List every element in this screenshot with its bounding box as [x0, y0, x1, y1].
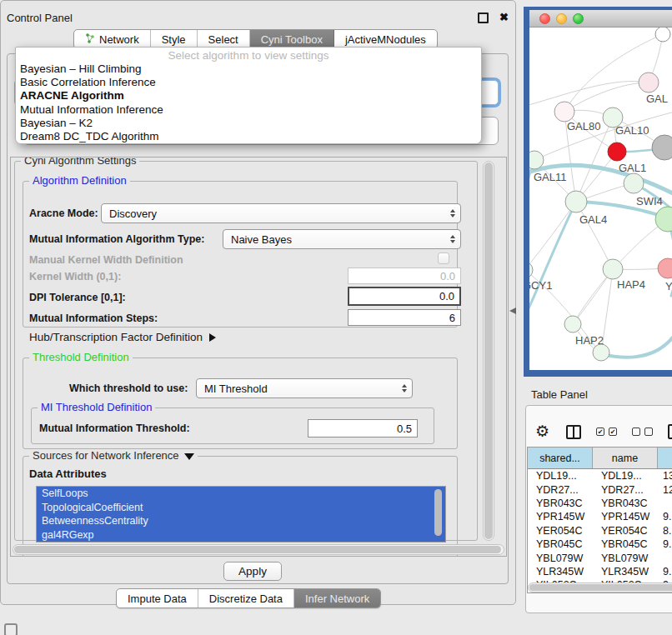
table-cell: 8. — [658, 525, 672, 537]
node-y[interactable] — [658, 258, 672, 278]
data-attributes-list[interactable]: SelfLoopsTopologicalCoefficientBetweenne… — [36, 486, 446, 542]
table-row[interactable]: YBL079WYBL079W — [528, 551, 672, 564]
table-row[interactable]: YBR043CYBR043C — [528, 497, 672, 510]
table-cell: 13 — [658, 470, 672, 482]
node-hap2[interactable] — [564, 316, 581, 332]
columns-icon[interactable] — [566, 425, 581, 439]
attribute-item[interactable]: SelfLoops — [37, 487, 445, 501]
aracne-mode-label: Aracne Mode: — [29, 208, 98, 219]
tab-label: Cyni Toolbox — [261, 33, 323, 46]
which-threshold-combo[interactable]: MI Threshold — [196, 378, 413, 398]
close-traffic-light-icon[interactable] — [539, 13, 550, 24]
tab-jactivemnodules[interactable]: jActiveMNodules — [334, 30, 437, 48]
list-scrollbar-thumb[interactable] — [434, 489, 442, 536]
node[interactable] — [593, 344, 609, 361]
settings-horizontal-scrollbar[interactable] — [13, 544, 504, 555]
mi-type-combo[interactable]: Naive Bayes — [223, 229, 461, 249]
node-gal80[interactable] — [554, 102, 574, 122]
zoom-traffic-light-icon[interactable] — [573, 13, 584, 24]
control-panel-titlebar: Control Panel ✖ — [0, 8, 515, 28]
column-header[interactable]: shared... — [528, 448, 593, 468]
table-row[interactable]: YDR27...YDR27...12 — [528, 482, 672, 496]
minimize-traffic-light-icon[interactable] — [556, 13, 567, 24]
dropdown-item[interactable]: Dream8 DC_TDC Algorithm — [16, 130, 481, 143]
apply-label: Apply — [238, 565, 267, 578]
tab-infer-network[interactable]: Infer Network — [294, 589, 380, 608]
node-gal[interactable] — [639, 72, 659, 92]
threshold-definition-title: Threshold Definition — [29, 351, 133, 363]
dpi-tolerance-field[interactable]: 0.0 — [348, 287, 461, 306]
table-cell: YPR145W — [593, 511, 658, 522]
mi-type-value: Naive Bayes — [231, 233, 292, 246]
table-row[interactable]: YPR145WYPR145W9. — [528, 510, 672, 523]
node[interactable] — [652, 135, 672, 160]
table-cell: 12 — [658, 484, 672, 496]
dropdown-item[interactable]: Bayesian – Hill Climbing — [16, 62, 481, 76]
column-header[interactable] — [658, 448, 672, 468]
settings-group-title: Cyni Algorithm Settings — [21, 157, 139, 167]
table-row[interactable]: YBR045CYBR045C9. — [528, 538, 672, 551]
hub-expander[interactable]: Hub/Transcription Factor Definition — [29, 331, 216, 343]
data-attributes-label: Data Attributes — [29, 468, 107, 480]
attribute-item[interactable]: TopologicalCoefficient — [37, 501, 445, 515]
settings-vertical-scrollbar[interactable] — [483, 161, 494, 541]
node-gal1[interactable] — [608, 142, 626, 161]
node[interactable] — [655, 207, 672, 232]
document-icon[interactable] — [668, 424, 672, 439]
table-row[interactable]: YLR345WYLR345W9. — [528, 565, 672, 578]
node-gal11[interactable] — [529, 151, 544, 169]
network-icon — [85, 33, 95, 46]
table-cell: 9. — [658, 566, 672, 578]
column-header[interactable]: name — [593, 448, 658, 468]
dropdown-item[interactable]: Bayesian – K2 — [16, 117, 481, 130]
tab-impute-data[interactable]: Impute Data — [117, 589, 198, 608]
node-hap4[interactable] — [603, 259, 623, 279]
deselect-all-icon[interactable] — [632, 428, 653, 436]
table-row[interactable]: YER054CYER054C8. — [528, 524, 672, 538]
mi-threshold-label: Mutual Information Threshold: — [39, 422, 190, 434]
tab-label: Network — [99, 33, 139, 46]
dropdown-item[interactable]: Basic Correlation Inference — [16, 76, 481, 89]
select-all-icon[interactable]: ✔✔ — [596, 428, 617, 436]
node[interactable] — [655, 28, 670, 42]
node-label: HAP4 — [617, 278, 645, 291]
table-cell: YDR27... — [593, 484, 658, 496]
table-cell: YER054C — [593, 525, 658, 537]
mi-steps-field[interactable]: 6 — [348, 309, 461, 326]
tab-cyni-toolbox[interactable]: Cyni Toolbox — [250, 30, 334, 48]
gear-icon[interactable]: ⚙ — [535, 423, 549, 440]
attribute-item[interactable]: gal4RGexp — [37, 528, 445, 542]
table-horizontal-scrollbar[interactable] — [528, 582, 672, 592]
algorithm-definition-title: Algorithm Definition — [29, 174, 130, 187]
table-cell: YBR043C — [593, 498, 658, 509]
table-cell: 9. — [658, 538, 672, 550]
tab-discretize-data[interactable]: Discretize Data — [198, 589, 294, 608]
table-row[interactable]: YDL19...YDL19...13 — [528, 469, 672, 482]
manual-kernel-checkbox[interactable] — [438, 252, 449, 264]
tab-select[interactable]: Select — [198, 30, 250, 48]
sources-group-title: Sources for Network Inference — [29, 449, 198, 462]
network-canvas[interactable]: GALGAL80GAL10GAL1GAL11SWI4GAL4GCY1HAP4YH… — [529, 28, 672, 370]
node-label: SWI4 — [636, 195, 663, 208]
aracne-mode-combo[interactable]: Discovery — [101, 203, 461, 223]
dropdown-item[interactable]: Mutual Information Inference — [16, 103, 481, 117]
mi-steps-value: 6 — [449, 312, 455, 324]
table-cell: YBR045C — [528, 538, 593, 550]
tab-network[interactable]: Network — [74, 30, 151, 48]
tab-label: jActiveMNodules — [345, 33, 426, 46]
combo-arrows-icon — [450, 235, 455, 243]
dropdown-item[interactable]: ARACNE Algorithm — [16, 89, 481, 102]
float-window-icon[interactable] — [478, 12, 489, 23]
mi-threshold-field[interactable]: 0.5 — [308, 419, 418, 438]
node-swi4[interactable] — [624, 173, 644, 193]
apply-button[interactable]: Apply — [223, 562, 282, 581]
node-gal4[interactable] — [565, 191, 587, 212]
node-label: GAL4 — [579, 213, 607, 226]
node-label: GAL11 — [534, 171, 567, 183]
node-label: GAL1 — [619, 162, 646, 174]
minimized-panel-icon[interactable] — [4, 623, 18, 635]
kernel-width-field[interactable]: 0.0 — [348, 268, 461, 284]
tab-style[interactable]: Style — [151, 30, 198, 48]
close-icon[interactable]: ✖ — [499, 13, 509, 22]
attribute-item[interactable]: BetweennessCentrality — [37, 514, 445, 528]
